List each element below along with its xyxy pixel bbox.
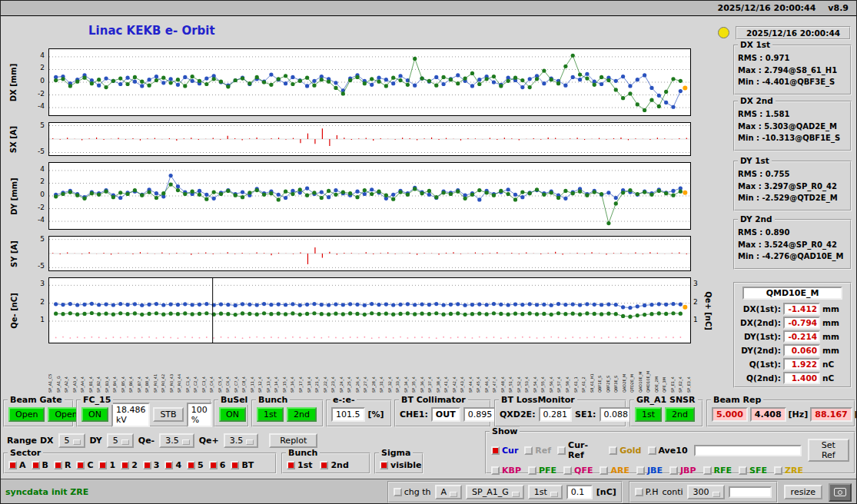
sector-checkbox-2[interactable]	[121, 461, 129, 469]
range-qem-select[interactable]: 3.5	[159, 433, 194, 448]
bpm-label: QDE_2M	[655, 345, 659, 393]
sector-checkbox-4[interactable]	[164, 461, 173, 469]
bunch-select-checkbox-2nd[interactable]	[320, 461, 328, 469]
dy-chart-canvas	[49, 163, 690, 229]
bpm-label: SP_41_4	[444, 345, 448, 393]
show-checkbox-gold[interactable]	[609, 446, 617, 455]
screenshot-button[interactable]	[829, 483, 852, 502]
bpm-row-unit: mm	[822, 346, 839, 355]
dx-chart[interactable]	[48, 48, 691, 116]
fc15-stb-button[interactable]: STB	[153, 407, 183, 422]
range-dx-select[interactable]: 5	[58, 433, 85, 448]
show-region-checkbox-kbp[interactable]	[491, 466, 500, 475]
show-region-checkbox-jbe[interactable]	[636, 466, 645, 475]
gr-a1-1st-button[interactable]: 1st	[635, 407, 662, 422]
dx-ytick: -4	[38, 102, 45, 110]
dx-yticks: 420-2-4	[27, 48, 47, 116]
show-title: Show	[490, 426, 520, 436]
range-dy-select[interactable]: 5	[107, 433, 134, 448]
sector-group: Sector ABRC123456BT	[3, 453, 277, 474]
title-bar: 2025/12/16 20:00:44 v8.9	[1, 1, 856, 16]
sector-checkbox-3[interactable]	[143, 461, 151, 469]
sector-checkbox-c[interactable]	[76, 461, 85, 469]
bpm-row-unit: mm	[822, 304, 839, 313]
status-bar: syncdata init ZRE chg th A SP_A1_G 1st 0…	[1, 479, 856, 504]
sector-title: Sector	[8, 448, 43, 458]
sector-label: 2	[131, 460, 138, 470]
bunch-1st-button[interactable]: 1st	[257, 407, 284, 422]
count-select[interactable]: 300	[687, 485, 725, 499]
show-region-checkbox-sfe[interactable]	[739, 466, 747, 475]
ref-file-input[interactable]	[694, 445, 802, 456]
bpm-label: SP_A2_4	[65, 345, 68, 393]
sector-checkbox-b[interactable]	[32, 461, 40, 469]
range-qep-select[interactable]: 3.5	[224, 433, 259, 448]
bpm-label: SP_61_2	[582, 345, 586, 393]
sx-chart-row: SX [A] 5-5	[1, 122, 709, 156]
show-checkbox-ref[interactable]	[524, 446, 533, 455]
sector-checkbox-r[interactable]	[54, 461, 62, 469]
bpm-label: QBF2E_S	[606, 345, 610, 393]
replot-button[interactable]: Replot	[269, 433, 317, 448]
bpm-row-label: DX(2nd):	[738, 318, 781, 327]
show-checkbox-ave10[interactable]	[648, 446, 656, 455]
ph-checkbox[interactable]	[635, 488, 643, 496]
bunch-select-checkbox-1st[interactable]	[287, 461, 295, 469]
bunch-2nd-button[interactable]: 2nd	[287, 407, 317, 422]
sy-chart[interactable]	[48, 236, 691, 271]
chg-th-label: chg th	[404, 487, 431, 497]
sector-label: C	[87, 460, 93, 470]
dy-chart[interactable]	[48, 162, 691, 230]
show-region-checkbox-rfe[interactable]	[703, 466, 712, 475]
sx-chart[interactable]	[48, 122, 691, 156]
resize-button[interactable]: resize	[784, 485, 822, 499]
dx-1st-stats-title: DX 1st	[738, 40, 772, 49]
che1-state-field[interactable]: OUT	[431, 407, 460, 422]
show-region-checkbox-pfe[interactable]	[528, 466, 536, 475]
sector-label: BT	[241, 460, 254, 470]
sy-chart-row: SY [A] 5-5	[1, 236, 709, 271]
chg-th-checkbox[interactable]	[394, 488, 402, 496]
bpm-value-row: Q(1st):1.922nC	[738, 357, 847, 371]
qe-chart[interactable]	[48, 277, 691, 343]
sector-select[interactable]: A	[435, 485, 463, 499]
free-field[interactable]	[729, 486, 772, 498]
show-region-checkbox-qfe[interactable]	[563, 466, 572, 475]
show-region-checkbox-jbp[interactable]	[669, 466, 678, 475]
ee-ratio-group: e-:e- 101.5 [%]	[326, 400, 392, 427]
sigma-visible-checkbox[interactable]	[380, 461, 388, 469]
stat-line: RMS : 0.755	[738, 168, 847, 181]
bpm-value-row: DY(1st):-0.214mm	[738, 330, 847, 343]
dx-chart-canvas	[49, 49, 690, 115]
show-region-checkbox-are[interactable]	[600, 466, 608, 475]
gr-a1-2nd-button[interactable]: 2nd	[665, 407, 695, 422]
show-region-checkbox-zre[interactable]	[774, 466, 782, 475]
show-region-label: JBP	[680, 466, 696, 476]
fc15-on-button[interactable]: ON	[81, 407, 108, 422]
titlebar-datetime: 2025/12/16 20:00:44	[718, 3, 816, 13]
sector-checkbox-5[interactable]	[187, 461, 195, 469]
show-checkbox-cur-ref[interactable]	[557, 446, 566, 455]
bpm-name-axis: SP_A1_C5SP_A1_GSP_A2_4SP_A3_4SP_A4_4SP_B…	[48, 345, 691, 393]
sector-label: 3	[154, 460, 160, 470]
beam-gate-open1-button[interactable]: Open	[8, 407, 45, 422]
che1-value-field: 0.895	[463, 407, 497, 422]
bpm-label: SP_33_4	[396, 345, 400, 393]
show-checkbox-cur[interactable]	[491, 446, 500, 455]
dy-ytick: 4	[40, 165, 45, 173]
bunch-number-select[interactable]: 1st	[528, 485, 563, 499]
sector-checkbox-1[interactable]	[98, 461, 107, 469]
bpm-row-unit: nC	[822, 373, 834, 383]
sector-checkbox-a[interactable]	[8, 461, 17, 469]
sector-checkbox-6[interactable]	[209, 461, 218, 469]
dy-ytick: -2	[38, 204, 45, 211]
busel-on-button[interactable]: ON	[219, 407, 246, 422]
dy-2nd-stats-title: DY 2nd	[738, 214, 775, 224]
threshold-field[interactable]: 0.1	[566, 485, 593, 499]
sigma-title: Sigma	[379, 448, 413, 458]
set-ref-button[interactable]: Set Ref	[808, 439, 849, 462]
bpm-group-select[interactable]: SP_A1_G	[466, 485, 524, 499]
sector-checkbox-bt[interactable]	[231, 461, 239, 469]
selected-bpm-name[interactable]: QMD10E_M	[742, 287, 842, 300]
bpm-label: QBF3E_S	[614, 345, 618, 393]
